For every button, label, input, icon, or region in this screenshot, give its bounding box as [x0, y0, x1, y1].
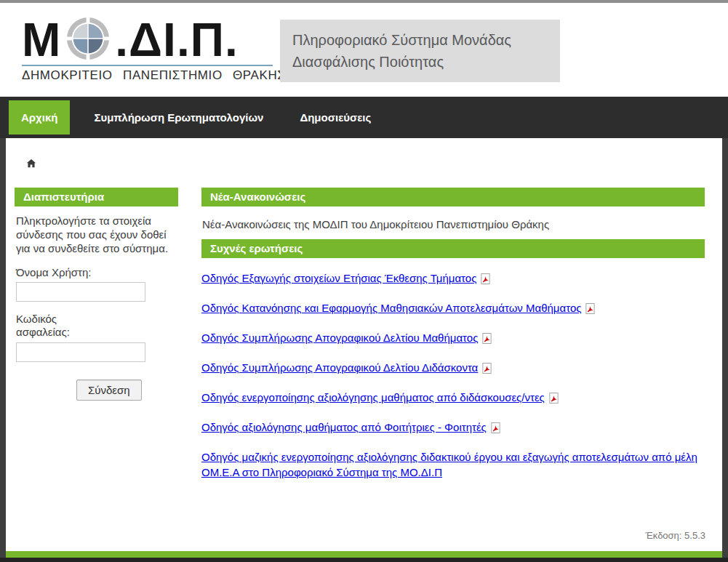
pdf-icon[interactable]	[548, 392, 559, 407]
modip-logo[interactable]: Μ .ΔΙ.Π. ΔΗΜΟΚΡΙ	[22, 16, 285, 83]
guide-link-student-evaluation[interactable]: Οδηγός αξιολόγησης μαθήματος από Φοιτήτρ…	[201, 421, 487, 433]
list-item: Οδηγός Συμπλήρωσης Απογραφικού Δελτίου Δ…	[201, 360, 705, 377]
password-input[interactable]	[16, 342, 145, 362]
nav-item-home[interactable]: Αρχική	[9, 100, 70, 135]
guide-link-course-inventory[interactable]: Οδηγός Συμπλήρωσης Απογραφικού Δελτίου Μ…	[201, 332, 478, 344]
main-content: Νέα-Ανακοινώσεις Νέα-Ανακοινώσεις της ΜΟ…	[201, 188, 705, 492]
logo-letter-m: Μ	[22, 18, 61, 63]
list-item: Οδηγός Συμπλήρωσης Απογραφικού Δελτίου Μ…	[201, 330, 705, 348]
pdf-icon[interactable]	[585, 302, 596, 318]
pdf-icon[interactable]	[481, 362, 492, 377]
news-text: Νέα-Ανακοινώσεις της ΜΟΔΙΠ του Δημοκρίτε…	[202, 218, 705, 230]
footer-green-bar	[0, 551, 728, 558]
list-item: Οδηγός Κατανόησης και Εφαρμογής Μαθησιακ…	[201, 300, 705, 318]
username-label: Όνομα Χρήστη:	[16, 266, 177, 278]
guide-link-activation-by-instructors[interactable]: Οδηγός ενεργοποίησης αξιολόγησης μαθήματ…	[201, 391, 545, 404]
breadcrumb	[6, 138, 722, 172]
list-item: Οδηγός μαζικής ενεργοποίησης αξιολόγησης…	[201, 449, 705, 480]
login-button[interactable]: Σύνδεση	[76, 380, 142, 401]
system-title-box: Πληροφοριακό Σύστημα Μονάδας Διασφάλισης…	[280, 20, 560, 82]
footer-dark-bar	[0, 558, 728, 562]
logo-acronym: Μ .ΔΙ.Π.	[22, 16, 285, 64]
username-input[interactable]	[16, 282, 145, 302]
nav-item-questionnaires[interactable]: Συμπλήρωση Ερωτηματολογίων	[81, 100, 276, 135]
target-icon	[65, 16, 111, 64]
main-navigation: Αρχική Συμπλήρωση Ερωτηματολογίων Δημοσι…	[0, 97, 728, 138]
list-item: Οδηγός Εξαγωγής στοιχείων Ετήσιας Έκθεση…	[201, 270, 705, 288]
version-label: Έκδοση: 5.5.3	[646, 530, 705, 541]
news-section-header: Νέα-Ανακοινώσεις	[201, 188, 705, 206]
pdf-icon[interactable]	[490, 422, 501, 437]
password-label: Κωδικός ασφαλείας:	[16, 313, 92, 339]
pdf-icon[interactable]	[481, 332, 492, 348]
system-title: Πληροφοριακό Σύστημα Μονάδας Διασφάλισης…	[292, 29, 543, 73]
list-item: Οδηγός ενεργοποίησης αξιολόγησης μαθήματ…	[201, 390, 705, 407]
guide-link-instructor-inventory[interactable]: Οδηγός Συμπλήρωσης Απογραφικού Δελτίου Δ…	[201, 361, 478, 374]
logo-letters-dip: .ΔΙ.Π.	[115, 18, 238, 63]
content-columns: Διαπιστευτήρια Πληκτρολογήστε τα στοιχεί…	[6, 188, 722, 492]
login-button-row: Σύνδεση	[15, 380, 178, 401]
faq-section-header: Συχνές ερωτήσεις	[201, 239, 705, 258]
university-name: ΔΗΜΟΚΡΙΤΕΙΟ ΠΑΝΕΠΙΣΤΗΜΙΟ ΘΡΑΚΗΣ	[22, 68, 285, 83]
nav-item-publications[interactable]: Δημοσιεύσεις	[287, 100, 383, 135]
guide-link-bulk-activation-omea[interactable]: Οδηγός μαζικής ενεργοποίησης αξιολόγησης…	[201, 451, 697, 478]
login-instructions: Πληκτρολογήστε τα στοιχεία σύνδεσης που …	[16, 214, 177, 255]
guide-link-annual-report[interactable]: Οδηγός Εξαγωγής στοιχείων Ετήσιας Έκθεση…	[201, 272, 476, 284]
login-sidebar: Διαπιστευτήρια Πληκτρολογήστε τα στοιχεί…	[15, 188, 178, 492]
guide-link-learning-outcomes[interactable]: Οδηγός Κατανόησης και Εφαρμογής Μαθησιακ…	[201, 302, 581, 314]
pdf-icon[interactable]	[480, 273, 491, 288]
sidebar-title: Διαπιστευτήρια	[15, 188, 178, 206]
home-icon[interactable]	[26, 158, 36, 172]
page-header: Μ .ΔΙ.Π. ΔΗΜΟΚΡΙ	[0, 3, 728, 97]
list-item: Οδηγός αξιολόγησης μαθήματος από Φοιτήτρ…	[201, 420, 705, 437]
guide-links-list: Οδηγός Εξαγωγής στοιχείων Ετήσιας Έκθεση…	[201, 270, 705, 480]
content-frame: Διαπιστευτήρια Πληκτρολογήστε τα στοιχεί…	[0, 138, 728, 551]
